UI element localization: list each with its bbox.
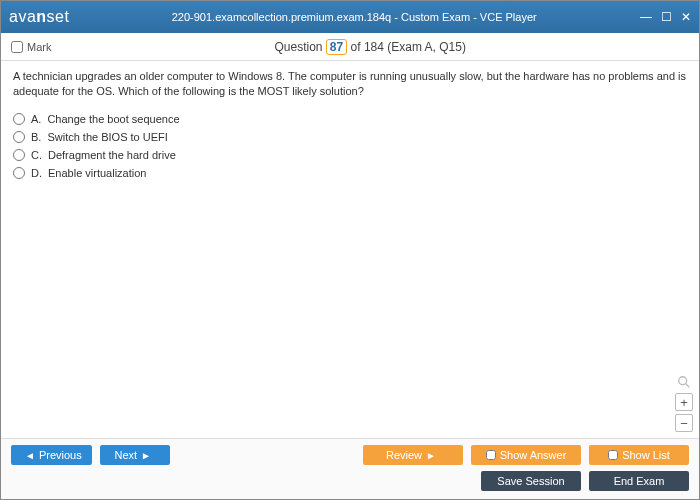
app-window: avanset 220-901.examcollection.premium.e… bbox=[0, 0, 700, 500]
titlebar: avanset 220-901.examcollection.premium.e… bbox=[1, 1, 699, 33]
magnifier-icon[interactable] bbox=[676, 374, 692, 390]
chevron-right-icon: ► bbox=[426, 450, 436, 461]
option-b-radio[interactable] bbox=[13, 131, 25, 143]
review-button[interactable]: Review► bbox=[363, 445, 463, 465]
logo-part: set bbox=[47, 8, 70, 25]
option-text: Change the boot sequence bbox=[47, 113, 179, 125]
question-header: Mark Question 87 of 184 (Exam A, Q15) bbox=[1, 33, 699, 61]
maximize-icon[interactable]: ☐ bbox=[659, 10, 673, 24]
previous-button[interactable]: ◄Previous bbox=[11, 445, 92, 465]
option-letter: D. bbox=[31, 167, 42, 179]
logo: avanset bbox=[9, 8, 69, 26]
option-letter: B. bbox=[31, 131, 41, 143]
show-answer-button[interactable]: Show Answer bbox=[471, 445, 581, 465]
zoom-in-button[interactable]: + bbox=[675, 393, 693, 411]
svg-point-0 bbox=[679, 377, 687, 385]
mark-checkbox-wrap[interactable]: Mark bbox=[11, 41, 51, 53]
option-letter: A. bbox=[31, 113, 41, 125]
option-a[interactable]: A. Change the boot sequence bbox=[13, 110, 687, 128]
question-text: A technician upgrades an older computer … bbox=[13, 69, 687, 100]
mark-checkbox[interactable] bbox=[11, 41, 23, 53]
question-number: 87 bbox=[326, 39, 347, 55]
chevron-left-icon: ◄ bbox=[25, 450, 35, 461]
svg-line-1 bbox=[686, 384, 690, 388]
minimize-icon[interactable]: — bbox=[639, 10, 653, 24]
window-controls: — ☐ ✕ bbox=[639, 10, 693, 24]
show-list-button[interactable]: Show List bbox=[589, 445, 689, 465]
option-letter: C. bbox=[31, 149, 42, 161]
footer-row-2: Save Session End Exam bbox=[11, 471, 689, 491]
logo-part: ava bbox=[9, 8, 36, 25]
logo-part: n bbox=[36, 8, 46, 25]
show-list-checkbox[interactable] bbox=[608, 450, 618, 460]
question-total: of 184 (Exam A, Q15) bbox=[351, 40, 466, 54]
option-c-radio[interactable] bbox=[13, 149, 25, 161]
zoom-controls: + − bbox=[675, 374, 693, 432]
option-text: Enable virtualization bbox=[48, 167, 146, 179]
review-label: Review bbox=[386, 449, 422, 461]
show-list-label: Show List bbox=[622, 449, 670, 461]
chevron-right-icon: ► bbox=[141, 450, 151, 461]
question-counter: Question 87 of 184 (Exam A, Q15) bbox=[51, 39, 689, 55]
show-answer-label: Show Answer bbox=[500, 449, 567, 461]
mark-label: Mark bbox=[27, 41, 51, 53]
option-b[interactable]: B. Switch the BIOS to UEFI bbox=[13, 128, 687, 146]
save-session-button[interactable]: Save Session bbox=[481, 471, 581, 491]
option-a-radio[interactable] bbox=[13, 113, 25, 125]
option-c[interactable]: C. Defragment the hard drive bbox=[13, 146, 687, 164]
option-d[interactable]: D. Enable virtualization bbox=[13, 164, 687, 182]
option-text: Switch the BIOS to UEFI bbox=[47, 131, 167, 143]
close-icon[interactable]: ✕ bbox=[679, 10, 693, 24]
previous-label: Previous bbox=[39, 449, 82, 461]
option-d-radio[interactable] bbox=[13, 167, 25, 179]
window-title: 220-901.examcollection.premium.exam.184q… bbox=[69, 11, 639, 23]
show-answer-checkbox[interactable] bbox=[486, 450, 496, 460]
footer: ◄Previous Next► Review► Show Answer Show… bbox=[1, 438, 699, 499]
footer-row-1: ◄Previous Next► Review► Show Answer Show… bbox=[11, 445, 689, 465]
end-exam-button[interactable]: End Exam bbox=[589, 471, 689, 491]
question-prefix: Question bbox=[274, 40, 322, 54]
content-area: A technician upgrades an older computer … bbox=[1, 61, 699, 438]
options-list: A. Change the boot sequence B. Switch th… bbox=[13, 110, 687, 182]
zoom-out-button[interactable]: − bbox=[675, 414, 693, 432]
option-text: Defragment the hard drive bbox=[48, 149, 176, 161]
next-label: Next bbox=[114, 449, 137, 461]
next-button[interactable]: Next► bbox=[100, 445, 170, 465]
